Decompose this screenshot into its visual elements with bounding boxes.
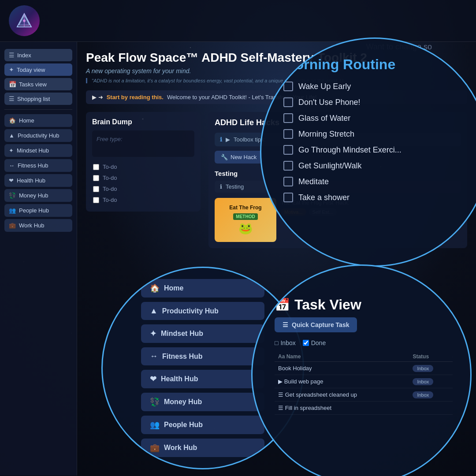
- sidebar-item-money[interactable]: 💱 Money Hub: [4, 189, 72, 202]
- overlay-mindset-icon: ✦: [150, 329, 156, 338]
- work-icon: 💼: [9, 222, 16, 229]
- task-list-icon-2: ☰: [278, 391, 283, 398]
- sidebar-item-fitness[interactable]: ↔ Fitness Hub: [4, 159, 72, 172]
- morning-checkbox-4[interactable]: [283, 145, 293, 155]
- task-row-0: Book Holiday Inbox: [275, 362, 453, 375]
- brain-dump-section: Brain Dump Free type: To-do To-do: [86, 112, 201, 212]
- morning-item-2: Glass of Water: [283, 113, 470, 123]
- today-icon: ✦: [9, 66, 14, 73]
- morning-item-0: Wake Up Early: [283, 82, 470, 91]
- overlay-work-label: Work Hub: [164, 444, 197, 452]
- overlay-fitness-icon: ↔: [150, 352, 158, 361]
- task-name-1: ▶ Build web page: [275, 375, 409, 388]
- overlay-home-label: Home: [164, 284, 183, 292]
- morning-checkbox-0[interactable]: [283, 82, 293, 91]
- morning-checkbox-7[interactable]: [283, 193, 293, 202]
- morning-checkbox-2[interactable]: [283, 113, 293, 123]
- sidebar-hub-nav: 🏠 Home ▲ Productivity Hub ✦ Mindset Hub …: [4, 114, 72, 232]
- morning-routine-overlay: Morning Routine Wake Up Early Don't Use …: [260, 37, 476, 267]
- task-table-header-row: Aa Name Status: [275, 352, 453, 362]
- morning-label-7: Take a shower: [298, 193, 350, 202]
- mindset-icon: ✦: [9, 147, 14, 154]
- svg-point-3: [23, 19, 26, 22]
- overlay-work-icon: 💼: [150, 443, 160, 453]
- morning-checkbox-1[interactable]: [283, 97, 293, 107]
- hack-card-method: METHOD: [233, 213, 257, 220]
- morning-item-4: Go Through Mindset Exerci...: [283, 145, 470, 155]
- brain-dump-title: Brain Dump: [92, 118, 194, 126]
- done-filter-checkbox[interactable]: [303, 340, 309, 346]
- quick-capture-icon: ☰: [283, 321, 288, 328]
- morning-item-3: Morning Stretch: [283, 129, 470, 139]
- sidebar-item-work[interactable]: 💼 Work Hub: [4, 219, 72, 232]
- todo-checkbox-1[interactable]: [93, 164, 99, 170]
- tasks-icon: 📅: [9, 81, 16, 88]
- task-status-1: Inbox: [409, 375, 453, 388]
- task-name-0: Book Holiday: [275, 362, 409, 375]
- new-hack-button[interactable]: 🔧 New Hack: [215, 151, 263, 164]
- wrench-icon: 🔧: [221, 154, 228, 160]
- todo-checkbox-4[interactable]: [93, 197, 99, 203]
- todo-checkbox-2[interactable]: [93, 175, 99, 181]
- overlay-nav-health[interactable]: ❤ Health Hub: [141, 370, 264, 388]
- hack-card-title: Eat The Frog: [229, 205, 261, 212]
- toolbox-expand-icon[interactable]: ▶: [226, 136, 230, 143]
- sidebar-item-people[interactable]: 👥 People Hub: [4, 204, 72, 217]
- sidebar-divider: [4, 109, 72, 110]
- task-expand-icon[interactable]: ▶: [278, 378, 283, 385]
- info-icon: ℹ: [220, 136, 222, 143]
- overlay-productivity-icon: ▲: [150, 306, 158, 316]
- overlay-home-icon: 🏠: [150, 283, 160, 293]
- start-reading-link[interactable]: Start by reading this.: [107, 94, 164, 100]
- morning-label-2: Glass of Water: [298, 114, 350, 123]
- free-type-area[interactable]: Free type:: [92, 130, 194, 157]
- morning-item-7: Take a shower: [283, 193, 470, 202]
- task-label-1: Build web page: [284, 378, 324, 385]
- sidebar-btn-index[interactable]: ☰ Index: [4, 49, 72, 61]
- todo-checkbox-3[interactable]: [93, 186, 99, 192]
- sidebar-item-health[interactable]: ❤ Health Hub: [4, 174, 72, 187]
- morning-item-5: Get Sunlight/Walk: [283, 161, 470, 171]
- task-view-title: Task View: [294, 297, 361, 313]
- sidebar: ☰ Index ✦ Today view 📅 Tasks view ☰ Shop…: [0, 42, 77, 476]
- overlay-nav-productivity[interactable]: ▲ Productivity Hub: [141, 302, 264, 320]
- sidebar-btn-today[interactable]: ✦ Today view: [4, 63, 72, 76]
- todo-item-1: To-do: [92, 161, 194, 172]
- task-filters: □ Inbox Done: [275, 339, 453, 346]
- overlay-money-label: Money Hub: [164, 398, 202, 406]
- sidebar-quick-nav: ☰ Index ✦ Today view 📅 Tasks view ☰ Shop…: [4, 49, 72, 105]
- status-badge-0: Inbox: [413, 365, 433, 372]
- morning-checkbox-3[interactable]: [283, 129, 293, 139]
- morning-label-0: Wake Up Early: [298, 82, 351, 91]
- overlay-nav-mindset[interactable]: ✦ Mindset Hub: [141, 324, 264, 343]
- overlay-nav-money[interactable]: 💱 Money Hub: [141, 393, 264, 411]
- morning-checkbox-6[interactable]: [283, 177, 293, 186]
- eat-frog-card: Eat The Frog METHOD 🐸: [215, 198, 276, 242]
- app-header: [0, 0, 476, 42]
- status-badge-1: Inbox: [413, 378, 433, 385]
- inbox-filter-icon: □: [275, 339, 278, 346]
- testing-info-icon: ℹ: [220, 183, 222, 190]
- overlay-nav-people[interactable]: 👥 People Hub: [141, 416, 264, 434]
- quick-capture-button[interactable]: ☰ Quick Capture Task: [275, 317, 357, 332]
- sidebar-item-mindset[interactable]: ✦ Mindset Hub: [4, 144, 72, 157]
- sidebar-item-home[interactable]: 🏠 Home: [4, 114, 72, 127]
- morning-checkbox-5[interactable]: [283, 161, 293, 171]
- task-row-3: ☰ Fill in spreadsheet: [275, 402, 453, 415]
- task-status-0: Inbox: [409, 362, 453, 375]
- filter-done: Done: [303, 339, 326, 346]
- sidebar-btn-tasks[interactable]: 📅 Tasks view: [4, 78, 72, 90]
- testing-label: Testing: [226, 183, 244, 190]
- home-icon: 🏠: [9, 117, 16, 124]
- filter-inbox: □ Inbox: [275, 339, 296, 346]
- shopping-icon: ☰: [9, 95, 15, 102]
- overlay-health-label: Health Hub: [161, 375, 198, 383]
- sidebar-item-productivity[interactable]: ▲ Productivity Hub: [4, 129, 72, 142]
- overlay-nav-work[interactable]: 💼 Work Hub: [141, 439, 264, 457]
- todo-label-4: To-do: [103, 197, 117, 203]
- inbox-filter-label: Inbox: [280, 339, 295, 346]
- overlay-money-icon: 💱: [150, 397, 160, 407]
- overlay-nav-home[interactable]: 🏠 Home: [141, 279, 264, 298]
- sidebar-btn-shopping[interactable]: ☰ Shopping list: [4, 93, 72, 105]
- overlay-nav-fitness[interactable]: ↔ Fitness Hub: [141, 347, 264, 365]
